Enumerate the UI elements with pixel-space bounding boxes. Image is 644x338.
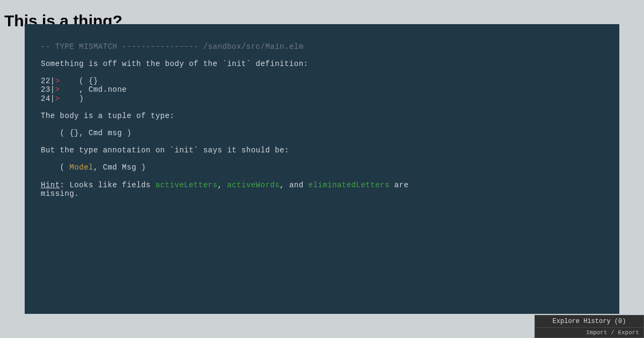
error-message: -- TYPE MISMATCH ---------------- /sandb… <box>41 42 603 198</box>
code-line-22: 22|> ( {} <box>41 77 98 85</box>
debugger-bar: Explore History (0) Import / Export <box>535 315 644 338</box>
error-header: -- TYPE MISMATCH ---------------- /sandb… <box>41 42 304 51</box>
error-intro: Something is off with the body of the `i… <box>41 60 308 68</box>
code-line-24: 24|> ) <box>41 94 84 103</box>
expected-type: ( Model, Cmd Msg ) <box>41 163 146 172</box>
actual-type: ( {}, Cmd msg ) <box>41 129 131 137</box>
error-panel: -- TYPE MISMATCH ---------------- /sandb… <box>25 24 619 314</box>
explore-history-button[interactable]: Explore History (0) <box>535 315 643 328</box>
body-is-line: The body is a tuple of type: <box>41 112 174 120</box>
hint-line: Hint: Looks like fields activeLetters, a… <box>41 181 408 198</box>
import-export-button[interactable]: Import / Export <box>535 328 643 337</box>
code-line-23: 23|> , Cmd.none <box>41 85 127 94</box>
but-line: But the type annotation on `init` says i… <box>41 146 289 155</box>
